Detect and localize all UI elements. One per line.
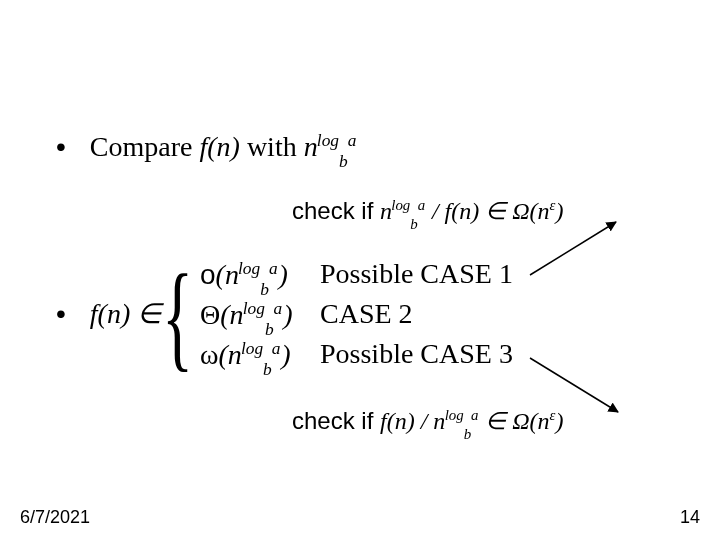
slide: • Compare f(n) with nlogba check if nlog… xyxy=(0,0,720,540)
svg-line-0 xyxy=(530,222,616,275)
svg-line-1 xyxy=(530,358,618,412)
footer-page: 14 xyxy=(680,507,700,528)
footer-date: 6/7/2021 xyxy=(20,507,90,528)
arrow-icon xyxy=(0,0,720,540)
